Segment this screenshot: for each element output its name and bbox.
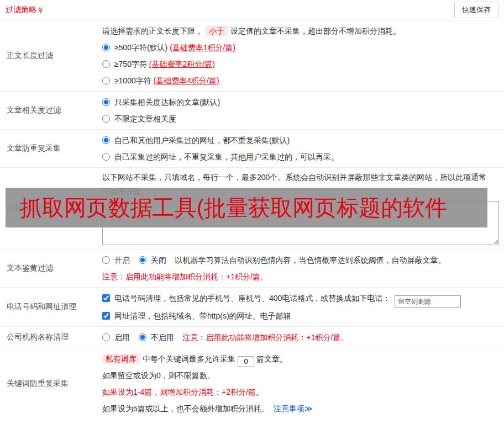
keyword-limit-line3: 如果设为1-4篇，则增加积分消耗：+2积分/篇。 [102, 384, 500, 400]
max-articles-input[interactable] [238, 356, 254, 367]
radio-dedup-all-users[interactable] [102, 136, 110, 144]
row-label-keyword-limit: 关键词防重复采集 [0, 348, 97, 419]
radio-relevance-strict-label: 只采集相关度达标的文章(默认) [114, 98, 220, 107]
header: 过滤策略≫ 快速保存 [0, 0, 504, 20]
radio-company-on-label: 启用 [114, 333, 130, 342]
radio-750-label: ≥750字符 [114, 60, 149, 68]
radio-option-dedup-self-only[interactable]: 自己采集过的网址，不重复采集，其他用户采集过的，可以再采。 [102, 149, 500, 165]
keyword-limit-line4: 如果设为5篇或以上，也不会额外增加积分消耗。注意事项≫ [102, 400, 500, 417]
radio-750-fee-note: (基础费率2积分/篇) [149, 60, 215, 68]
radio-company-off-label: 不启用 [151, 333, 174, 342]
checkbox-phone-cleanup-label: 电话号码清理，包括常见的手机号、座机号、400电话格式，或替换成如下电话： [114, 294, 390, 303]
row-company-cleanup: 公司机构名称清理 启用 不启用 注意：启用此功能将增加积分消耗：+1积分/篇。 [0, 327, 504, 348]
radio-option-500-chars[interactable]: ≥500字符(默认) (基础费率1积分/篇) [102, 39, 500, 56]
radio-option-company-on[interactable]: 启用 [102, 333, 132, 342]
radio-company-on[interactable] [102, 333, 110, 341]
page-title[interactable]: 过滤策略≫ [6, 5, 44, 15]
radio-company-off[interactable] [139, 333, 146, 341]
porn-filter-cost-note: 注意：启用此功能将增加积分消耗：+1积分/篇。 [102, 268, 500, 285]
company-cleanup-cost-note: 注意：启用此功能将增加积分消耗：+1积分/篇。 [183, 333, 349, 342]
radio-option-1000-chars[interactable]: ≥1000字符 (基础费率4积分/篇) [102, 72, 500, 89]
row-relevance-filter: 文章相关度过滤 只采集相关度达标的文章(默认) 不限定文章相关度 [0, 92, 504, 130]
radio-option-dedup-all-users[interactable]: 自己和其他用户采集过的网址，都不重复采集(默认) [102, 132, 500, 149]
checkbox-phone-cleanup[interactable] [102, 294, 110, 302]
radio-option-porn-on[interactable]: 开启 [102, 256, 132, 264]
row-content-length-filter: 正文长度过滤 请选择需求的正文长度下限，小于设定值的文章不采集，超出部分不增加积… [0, 20, 504, 92]
radio-relevance-strict[interactable] [102, 98, 110, 106]
radio-500-chars[interactable] [102, 44, 110, 51]
row-label-relevance: 文章相关度过滤 [0, 92, 97, 129]
radio-option-company-off[interactable]: 不启用 [139, 333, 176, 342]
radio-750-chars[interactable] [102, 60, 110, 68]
intro-pre-text: 请选择需求的正文长度下限， [102, 26, 203, 35]
row-label-porn-filter: 文本鉴黄过滤 [0, 250, 97, 287]
radio-1000-fee-note: (基础费率4积分/篇) [154, 76, 219, 85]
radio-porn-off-label: 关闭 [151, 256, 166, 264]
keyword-limit-line1: 私有词库中每个关键词最多允许采集篇文章。 [102, 351, 500, 367]
radio-porn-off[interactable] [139, 256, 146, 264]
row-phone-url-cleanup: 电话号码和网址清理 电话号码清理，包括常见的手机号、座机号、400电话格式，或替… [0, 288, 504, 327]
radio-option-porn-off[interactable]: 关闭 [139, 256, 169, 264]
content-length-intro: 请选择需求的正文长度下限，小于设定值的文章不采集，超出部分不增加积分消耗。 [102, 23, 500, 39]
radio-relevance-any[interactable] [102, 115, 110, 123]
keyword-limit-line4-text: 如果设为5篇或以上，也不会额外增加积分消耗。 [102, 404, 269, 413]
keyword-limit-line2: 如果留空或设为0，则不限篇数。 [102, 367, 500, 384]
porn-filter-description: 以机器学习算法自动识别色情内容，当色情概率达到系统阈值，自动屏蔽文章。 [175, 256, 446, 264]
radio-1000-chars[interactable] [102, 77, 110, 84]
private-thesaurus-tag: 私有词库 [102, 354, 140, 364]
radio-1000-label: ≥1000字符 [114, 76, 154, 85]
row-porn-filter: 文本鉴黄过滤 开启 关闭 以机器学习算法自动识别色情内容，当色情概率达到系统阈值… [0, 250, 504, 288]
checkbox-url-cleanup-label: 网址清理，包括纯域名、带http(s)的网址、电子邮箱 [114, 311, 291, 320]
checkbox-url-cleanup[interactable] [102, 312, 110, 320]
radio-relevance-any-label: 不限定文章相关度 [114, 114, 176, 123]
radio-porn-on[interactable] [102, 256, 110, 264]
row-label-phone-url: 电话号码和网址清理 [0, 288, 97, 326]
replacement-phone-input[interactable] [395, 295, 461, 308]
radio-option-750-chars[interactable]: ≥750字符 (基础费率2积分/篇) [102, 56, 500, 72]
keyword-limit-mid-text: 中每个关键词最多允许采集 [143, 354, 235, 363]
watermark-overlay: 抓取网页数据工具(批量获取网页标题的软件 [6, 188, 487, 227]
notice-link[interactable]: 注意事项≫ [274, 404, 313, 413]
row-label-company-cleanup: 公司机构名称清理 [0, 327, 97, 348]
quick-save-button[interactable]: 快速保存 [454, 2, 498, 18]
checkbox-option-url-cleanup[interactable]: 网址清理，包括纯域名、带http(s)的网址、电子邮箱 [102, 308, 500, 324]
radio-dedup-self-only-label: 自己采集过的网址，不重复采集，其他用户采集过的，可以再采。 [114, 152, 339, 161]
page-title-text: 过滤策略 [6, 5, 36, 14]
radio-dedup-self-only[interactable] [102, 153, 110, 161]
chevron-down-icon: ≫ [37, 7, 44, 14]
radio-porn-on-label: 开启 [114, 256, 130, 264]
less-than-highlight: 小于 [206, 26, 228, 36]
row-label-dedup: 文章防重复采集 [0, 130, 97, 167]
radio-dedup-all-users-label: 自己和其他用户采集过的网址，都不重复采集(默认) [114, 136, 290, 145]
radio-option-relevance-any[interactable]: 不限定文章相关度 [102, 110, 500, 127]
checkbox-option-phone-cleanup[interactable]: 电话号码清理，包括常见的手机号、座机号、400电话格式，或替换成如下电话： [102, 290, 500, 308]
radio-500-fee-note: (基础费率1积分/篇) [170, 43, 235, 52]
radio-500-label: ≥500字符(默认) [114, 43, 170, 52]
row-dedup-collection: 文章防重复采集 自己和其他用户采集过的网址，都不重复采集(默认) 自己采集过的网… [0, 130, 504, 168]
keyword-limit-post-text: 篇文章。 [256, 354, 287, 363]
radio-option-relevance-strict[interactable]: 只采集相关度达标的文章(默认) [102, 94, 500, 110]
row-label-content-length: 正文长度过滤 [0, 20, 97, 91]
intro-post-text: 设定值的文章不采集，超出部分不增加积分消耗。 [230, 26, 401, 35]
row-keyword-limit: 关键词防重复采集 私有词库中每个关键词最多允许采集篇文章。 如果留空或设为0，则… [0, 348, 504, 419]
